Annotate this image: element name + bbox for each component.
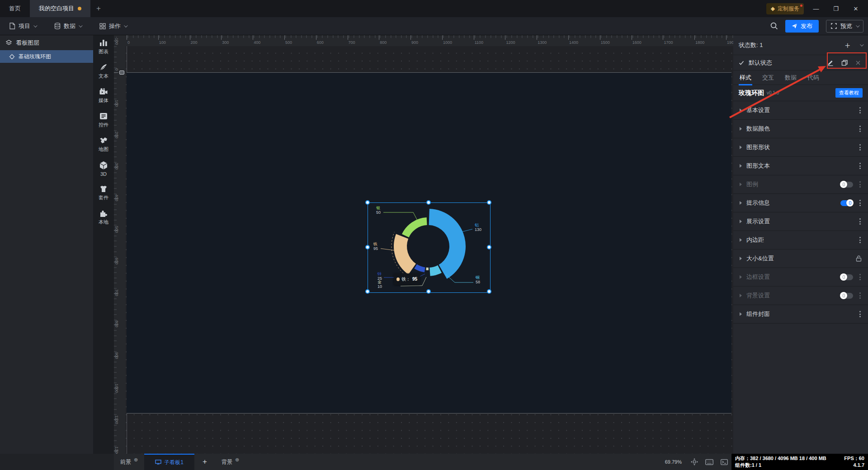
section-row-0[interactable]: 基本设置 — [733, 101, 868, 120]
default-state-label: 默认状态 — [749, 59, 772, 67]
toolbar-item-3[interactable]: 媒体 — [99, 88, 108, 104]
zoom-level[interactable]: 69.79% — [660, 454, 687, 470]
menu-document[interactable]: 项目 — [0, 22, 45, 30]
resize-handle[interactable] — [365, 289, 370, 294]
add-background-icon[interactable]: ⊕ — [235, 457, 239, 463]
section-row-6[interactable]: 展示设置 — [733, 212, 868, 231]
chevron-down-icon[interactable] — [860, 42, 863, 46]
foreground-tab[interactable]: 前景 ⊕ — [114, 454, 144, 470]
section-row-9[interactable]: 边框设置 — [733, 268, 868, 287]
minimize-button[interactable]: — — [808, 2, 824, 15]
menu-bar: 项目数据操作 发布 预览 — [0, 17, 868, 35]
ruler-label: 1800 — [695, 40, 704, 45]
toggle-on[interactable] — [840, 200, 853, 206]
toolbar-item-label: 文本 — [99, 73, 108, 80]
preview-button[interactable]: 预览 — [826, 20, 863, 33]
kebab-menu-icon[interactable] — [859, 199, 862, 207]
section-label: 基本设置 — [746, 106, 770, 114]
kebab-menu-icon[interactable] — [859, 125, 862, 133]
settings-tab-0[interactable]: 样式 — [740, 74, 751, 82]
resize-handle[interactable] — [426, 289, 431, 294]
ruler-label: 0 — [127, 40, 130, 45]
resize-handle[interactable] — [365, 245, 370, 249]
rose-segment-2 — [426, 268, 429, 270]
resize-handle[interactable] — [487, 200, 491, 205]
kebab-menu-icon[interactable] — [859, 180, 862, 188]
settings-tab-1[interactable]: 交互 — [762, 74, 774, 82]
custom-service-badge[interactable]: ◆ 定制服务 — [766, 3, 804, 14]
section-row-5[interactable]: 提示信息 — [733, 194, 868, 212]
settings-tab-2[interactable]: 数据 — [785, 74, 797, 82]
menu-grid[interactable]: 操作 — [90, 22, 136, 30]
section-row-2[interactable]: 图形形状 — [733, 138, 868, 157]
toolbar-item-8[interactable]: 本地 — [99, 209, 108, 226]
resize-handle[interactable] — [365, 200, 370, 205]
kebab-menu-icon[interactable] — [859, 217, 862, 226]
layers-panel: 看板图层 基础玫瑰环图 — [0, 35, 93, 454]
console-icon[interactable] — [717, 454, 731, 470]
add-state-button[interactable]: ＋ — [843, 39, 852, 51]
toggle-off[interactable] — [840, 274, 853, 280]
section-row-1[interactable]: 数据颜色 — [733, 120, 868, 138]
toolbar-item-4[interactable]: 控件 — [99, 112, 108, 128]
section-row-4[interactable]: 图例 — [733, 175, 868, 194]
caret-right-icon — [740, 201, 742, 205]
resize-handle[interactable] — [426, 200, 431, 205]
section-row-3[interactable]: 图形文本 — [733, 157, 868, 175]
toolbar-item-5[interactable]: 地图 — [99, 136, 108, 153]
toolbar-item-7[interactable]: 套件 — [99, 185, 108, 201]
grid-icon — [99, 23, 106, 29]
kebab-menu-icon[interactable] — [859, 143, 862, 151]
ruler-tick — [726, 35, 726, 40]
caret-right-icon — [740, 275, 742, 279]
publish-button[interactable]: 发布 — [785, 20, 819, 33]
toolbar-item-2[interactable]: 文本 — [99, 63, 108, 80]
toggle-off[interactable] — [840, 293, 853, 299]
toolbar-item-1[interactable]: 图表 — [99, 39, 108, 55]
toolbar-item-label: 本地 — [99, 219, 108, 226]
kebab-menu-icon[interactable] — [859, 162, 862, 170]
kebab-menu-icon[interactable] — [859, 236, 862, 244]
kebab-menu-icon[interactable] — [859, 310, 862, 318]
tutorial-button[interactable]: 查看教程 — [835, 88, 863, 98]
add-board-button[interactable]: + — [194, 454, 215, 470]
section-row-8[interactable]: 大小&位置 — [733, 249, 868, 268]
ruler-tick — [568, 35, 569, 40]
close-button[interactable]: ✕ — [848, 2, 863, 15]
background-tab[interactable]: 背景 ⊕ — [215, 454, 245, 470]
toggle-off[interactable] — [840, 182, 853, 188]
lock-icon[interactable] — [856, 255, 862, 262]
section-row-10[interactable]: 背景设置 — [733, 287, 868, 305]
caret-right-icon — [740, 238, 742, 242]
section-row-11[interactable]: 组件封面 — [733, 305, 868, 324]
fit-screen-icon[interactable] — [687, 454, 702, 470]
search-icon[interactable] — [770, 22, 778, 30]
ruler-label: 900 — [411, 40, 418, 45]
subboard-tab[interactable]: 子看板1 — [144, 454, 194, 470]
resize-handle[interactable] — [487, 245, 491, 249]
ruler-label: 1000 — [114, 384, 119, 393]
kebab-menu-icon[interactable] — [859, 106, 862, 114]
window-tab-0[interactable]: 首页 — [0, 0, 30, 17]
ruler-label: 600 — [114, 258, 119, 264]
canvas-area[interactable]: 0100200300400500600700800900100011001200… — [114, 35, 733, 454]
layer-item[interactable]: 基础玫瑰环图 — [0, 50, 93, 63]
window-tab-label: 首页 — [9, 5, 21, 13]
kebab-menu-icon[interactable] — [859, 291, 862, 300]
new-tab-button[interactable]: + — [90, 0, 107, 17]
settings-tab-3[interactable]: 代码 — [807, 74, 819, 82]
maximize-button[interactable]: ❐ — [828, 2, 844, 15]
resize-handle[interactable] — [487, 289, 491, 294]
menu-database[interactable]: 数据 — [45, 22, 90, 30]
window-tab-1[interactable]: 我的空白项目 — [30, 0, 90, 17]
toolbar-item-6[interactable]: 3D — [99, 161, 108, 177]
ruler-tick — [410, 35, 411, 40]
ruler-label: 1100 — [475, 40, 483, 45]
kebab-menu-icon[interactable] — [859, 273, 862, 281]
segment-label-value: 58 — [476, 280, 480, 284]
shortcut-keyboard-icon[interactable] — [702, 454, 717, 470]
add-foreground-icon[interactable]: ⊕ — [134, 457, 138, 463]
selected-component-rose-chart[interactable]: 铝130铜58金10锌25铁95银50 铁： 95 — [368, 202, 491, 293]
section-row-7[interactable]: 内边距 — [733, 231, 868, 249]
ruler-tick — [253, 35, 253, 40]
